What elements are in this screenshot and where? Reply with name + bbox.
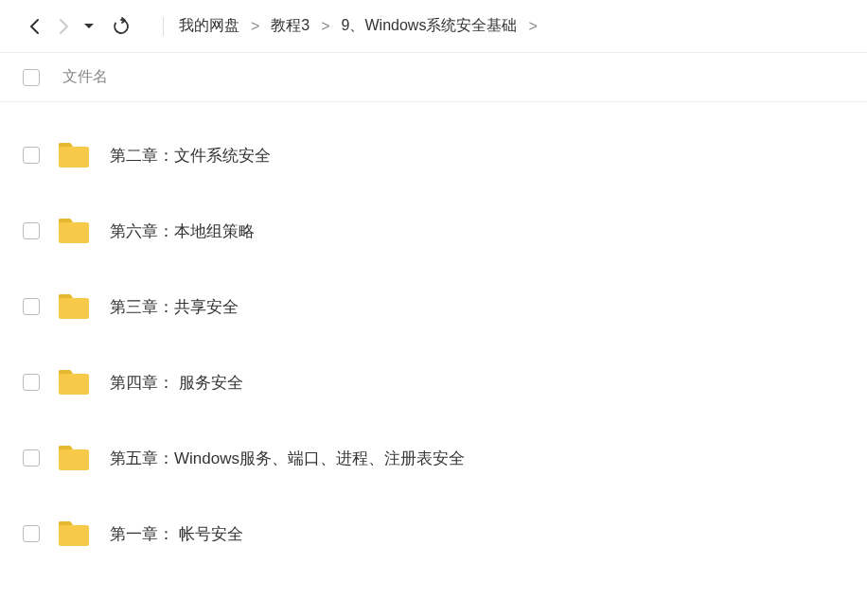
file-name: 第三章：共享安全 bbox=[110, 296, 239, 318]
forward-button[interactable] bbox=[49, 11, 80, 42]
row-checkbox[interactable] bbox=[23, 222, 40, 239]
list-item[interactable]: 第一章： 帐号安全 bbox=[0, 496, 867, 572]
back-button[interactable] bbox=[19, 11, 49, 42]
file-name: 第六章：本地组策略 bbox=[110, 220, 255, 242]
breadcrumb-separator: > bbox=[313, 18, 337, 35]
folder-icon bbox=[57, 519, 91, 548]
file-name: 第四章： 服务安全 bbox=[110, 372, 243, 394]
file-name: 第二章：文件系统安全 bbox=[110, 145, 271, 167]
row-checkbox[interactable] bbox=[23, 298, 40, 315]
breadcrumb-separator: > bbox=[521, 18, 544, 35]
toolbar-divider bbox=[163, 17, 164, 36]
list-item[interactable]: 第二章：文件系统安全 bbox=[0, 117, 867, 193]
toolbar: 我的网盘 > 教程3 > 9、Windows系统安全基础 > bbox=[0, 0, 867, 53]
breadcrumb-separator: > bbox=[243, 18, 267, 35]
select-all-checkbox[interactable] bbox=[23, 69, 40, 86]
list-item[interactable]: 第五章：Windows服务、端口、进程、注册表安全 bbox=[0, 420, 867, 496]
refresh-button[interactable] bbox=[106, 11, 136, 42]
breadcrumb: 我的网盘 > 教程3 > 9、Windows系统安全基础 > bbox=[175, 16, 545, 36]
list-item[interactable]: 第三章：共享安全 bbox=[0, 269, 867, 344]
folder-icon bbox=[57, 368, 91, 396]
folder-icon bbox=[57, 444, 91, 472]
file-name: 第一章： 帐号安全 bbox=[110, 523, 243, 545]
breadcrumb-item[interactable]: 9、Windows系统安全基础 bbox=[338, 16, 522, 36]
history-dropdown[interactable] bbox=[83, 23, 95, 30]
file-name: 第五章：Windows服务、端口、进程、注册表安全 bbox=[110, 448, 465, 469]
folder-icon bbox=[57, 141, 91, 169]
row-checkbox[interactable] bbox=[23, 449, 40, 466]
row-checkbox[interactable] bbox=[23, 525, 40, 542]
row-checkbox[interactable] bbox=[23, 374, 40, 391]
breadcrumb-item[interactable]: 我的网盘 bbox=[175, 16, 243, 36]
breadcrumb-item[interactable]: 教程3 bbox=[267, 16, 313, 36]
filename-column-header[interactable]: 文件名 bbox=[62, 67, 108, 87]
file-list: 第二章：文件系统安全 第六章：本地组策略 第三章：共享安全 第四章： 服务安全 … bbox=[0, 102, 867, 572]
list-item[interactable]: 第六章：本地组策略 bbox=[0, 193, 867, 269]
list-header: 文件名 bbox=[0, 53, 867, 102]
row-checkbox[interactable] bbox=[23, 147, 40, 164]
folder-icon bbox=[57, 217, 91, 245]
list-item[interactable]: 第四章： 服务安全 bbox=[0, 344, 867, 420]
folder-icon bbox=[57, 292, 91, 321]
